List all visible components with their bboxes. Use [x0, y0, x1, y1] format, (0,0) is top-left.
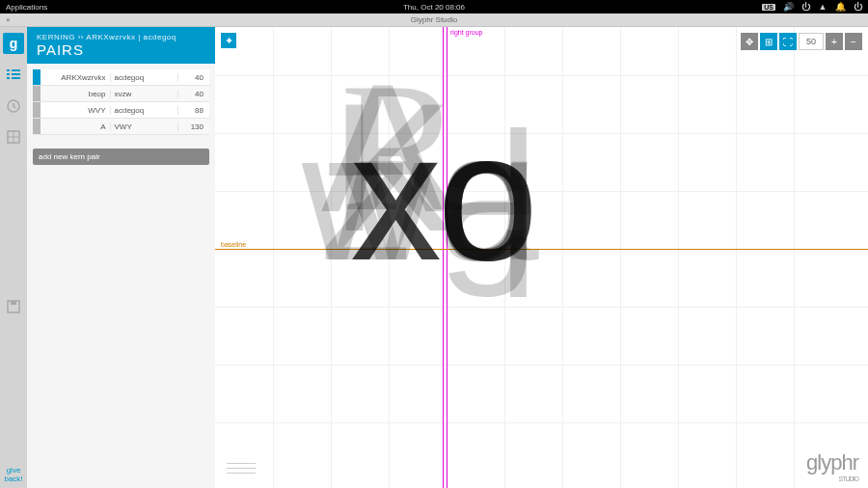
canvas-view-tools: ✥ ⊞ ⛶ 50 + −	[741, 33, 862, 50]
units-indicator	[227, 463, 256, 480]
keyboard-layout-indicator[interactable]: US	[762, 4, 775, 11]
applications-menu[interactable]: Applications	[6, 3, 47, 12]
panel-title: PAIRS	[37, 41, 205, 58]
window-close-icon[interactable]: ×	[6, 15, 11, 24]
svg-rect-3	[11, 301, 16, 305]
canvas-top-left-tools: ✦	[221, 33, 236, 48]
left-icon-strip: g give back!	[0, 27, 27, 488]
table-row[interactable]: ARKXwzrvkxacdegoq40	[33, 69, 209, 86]
wifi-icon[interactable]: ⏻	[800, 2, 810, 12]
guides-panel-icon[interactable]	[4, 127, 23, 147]
volume-icon[interactable]: 🔊	[783, 2, 793, 12]
app-logo-icon[interactable]: g	[3, 33, 24, 54]
zoom-fit-icon[interactable]: ⛶	[779, 33, 797, 50]
baseline-guide-label: baseline	[221, 241, 246, 248]
breadcrumb: KERNING ›› ARKXwzrvkx | acdegoq	[37, 33, 205, 41]
give-back-link[interactable]: give back!	[4, 467, 22, 484]
window-title: Glyphr Studio	[411, 15, 457, 24]
right-group-guide-label: right group	[450, 29, 482, 36]
pan-tool-icon[interactable]: ✥	[741, 33, 758, 50]
zoom-in-icon[interactable]: +	[826, 33, 843, 50]
zoom-1to1-icon[interactable]: ⊞	[760, 33, 777, 50]
history-panel-icon[interactable]	[4, 96, 23, 116]
power-icon[interactable]: ⏻	[853, 2, 862, 12]
window-titlebar: × Glyphr Studio	[0, 14, 868, 27]
glyph-preview: A R K w v z x a c d e g q o	[331, 85, 579, 268]
table-row[interactable]: beopxvzw40	[33, 86, 209, 102]
save-panel-icon[interactable]	[4, 297, 23, 316]
left-panel-header: KERNING ›› ARKXwzrvkx | acdegoq PAIRS	[27, 27, 215, 64]
network-icon[interactable]: ▲	[818, 2, 827, 12]
kern-pairs-table: ARKXwzrvkxacdegoq40 beopxvzw40 WVYacdego…	[33, 69, 209, 135]
os-clock[interactable]: Thu, Oct 20 08:06	[403, 3, 465, 12]
zoom-out-icon[interactable]: −	[845, 33, 862, 50]
os-top-bar: Applications Thu, Oct 20 08:06 US 🔊 ⏻ ▲ …	[0, 0, 868, 14]
attributes-panel-icon[interactable]	[4, 66, 23, 85]
add-kern-pair-button[interactable]: add new kern pair	[33, 149, 209, 165]
edit-canvas[interactable]: right group baseline A R K w v z x a c d…	[215, 27, 868, 488]
zoom-level-display[interactable]: 50	[799, 33, 824, 50]
left-panel: KERNING ›› ARKXwzrvkx | acdegoq PAIRS AR…	[27, 27, 215, 488]
glyphr-brand-logo: glyphr STUDIO	[806, 450, 858, 482]
table-row[interactable]: AVWY130	[33, 119, 209, 135]
table-row[interactable]: WVYacdegoq88	[33, 102, 209, 119]
notifications-icon[interactable]: 🔔	[835, 2, 845, 12]
new-shape-tool-icon[interactable]: ✦	[221, 33, 236, 48]
